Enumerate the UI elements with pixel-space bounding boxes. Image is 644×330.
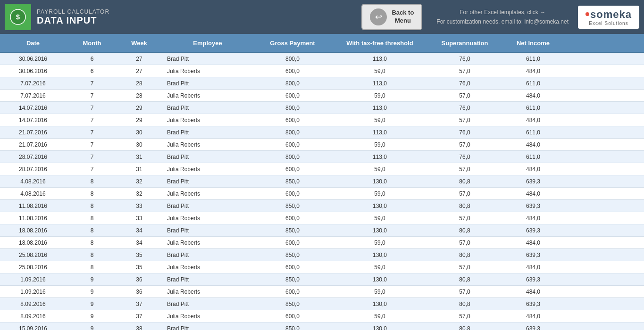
back-btn-label: Back toMenu xyxy=(392,9,414,25)
cell-date: 1.09.2016 xyxy=(0,289,66,295)
cell-super: 76,0 xyxy=(429,80,500,87)
back-icon: ↩ xyxy=(370,8,387,25)
table-row: 7.07.2016728Brad Pitt800,0113,076,0611,0 xyxy=(0,77,644,90)
cell-tax: 59,0 xyxy=(330,264,429,271)
cell-tax: 59,0 xyxy=(330,289,429,295)
cell-gross: 800,0 xyxy=(255,129,330,136)
cell-month: 7 xyxy=(66,92,118,99)
cell-date: 14.07.2016 xyxy=(0,105,66,111)
cell-net: 484,0 xyxy=(500,239,566,246)
cell-gross: 600,0 xyxy=(255,215,330,222)
cell-super: 76,0 xyxy=(429,105,500,111)
cell-net: 611,0 xyxy=(500,56,566,62)
table-row: 30.06.2016627Julia Roberts600,059,057,04… xyxy=(0,65,644,77)
cell-month: 8 xyxy=(66,190,118,197)
cell-employee: Julia Roberts xyxy=(160,215,255,222)
cell-date: 11.08.2016 xyxy=(0,203,66,209)
cell-month: 8 xyxy=(66,252,118,258)
cell-week: 35 xyxy=(118,252,160,258)
app-logo: $ xyxy=(5,4,31,30)
cell-super: 80,8 xyxy=(429,203,500,209)
cell-employee: Brad Pitt xyxy=(160,56,255,62)
cell-tax: 113,0 xyxy=(330,105,429,111)
cell-tax: 59,0 xyxy=(330,190,429,197)
cell-net: 484,0 xyxy=(500,215,566,222)
cell-super: 76,0 xyxy=(429,56,500,62)
cell-tax: 130,0 xyxy=(330,252,429,258)
cell-tax: 130,0 xyxy=(330,325,429,330)
cell-gross: 850,0 xyxy=(255,276,330,283)
cell-week: 29 xyxy=(118,117,160,124)
cell-date: 8.09.2016 xyxy=(0,301,66,307)
cell-date: 18.08.2016 xyxy=(0,239,66,246)
cell-super: 80,8 xyxy=(429,325,500,330)
back-to-menu-button[interactable]: ↩ Back toMenu xyxy=(361,4,422,30)
cell-week: 36 xyxy=(118,276,160,283)
cell-week: 34 xyxy=(118,239,160,246)
cell-week: 34 xyxy=(118,227,160,234)
table-row: 1.09.2016936Julia Roberts600,059,057,048… xyxy=(0,286,644,298)
cell-date: 15.09.2016 xyxy=(0,325,66,330)
cell-week: 27 xyxy=(118,68,160,74)
cell-employee: Brad Pitt xyxy=(160,80,255,87)
table-row: 7.07.2016728Julia Roberts600,059,057,048… xyxy=(0,90,644,102)
cell-gross: 850,0 xyxy=(255,203,330,209)
cell-employee: Brad Pitt xyxy=(160,227,255,234)
cell-date: 30.06.2016 xyxy=(0,56,66,62)
back-button-wrap[interactable]: ↩ Back toMenu xyxy=(361,4,422,30)
cell-date: 8.09.2016 xyxy=(0,313,66,320)
col-header-employee: Employee xyxy=(160,40,255,47)
cell-month: 6 xyxy=(66,56,118,62)
cell-date: 7.07.2016 xyxy=(0,92,66,99)
cell-month: 7 xyxy=(66,141,118,148)
cell-month: 6 xyxy=(66,68,118,74)
cell-week: 31 xyxy=(118,154,160,160)
cell-gross: 850,0 xyxy=(255,227,330,234)
cell-week: 37 xyxy=(118,313,160,320)
cell-super: 76,0 xyxy=(429,129,500,136)
col-header-gross: Gross Payment xyxy=(255,40,330,47)
cell-gross: 600,0 xyxy=(255,117,330,124)
cell-gross: 850,0 xyxy=(255,325,330,330)
table-row: 14.07.2016729Brad Pitt800,0113,076,0611,… xyxy=(0,102,644,114)
cell-employee: Julia Roberts xyxy=(160,141,255,148)
col-header-month: Month xyxy=(66,40,118,47)
cell-super: 57,0 xyxy=(429,68,500,74)
cell-gross: 600,0 xyxy=(255,166,330,173)
cell-month: 9 xyxy=(66,325,118,330)
cell-gross: 850,0 xyxy=(255,301,330,307)
cell-gross: 800,0 xyxy=(255,80,330,87)
cell-month: 7 xyxy=(66,105,118,111)
cell-gross: 850,0 xyxy=(255,178,330,185)
cell-tax: 130,0 xyxy=(330,203,429,209)
table-header: DateMonthWeekEmployeeGross PaymentWith t… xyxy=(0,34,644,53)
cell-tax: 113,0 xyxy=(330,129,429,136)
table-row: 25.08.2016835Brad Pitt850,0130,080,8639,… xyxy=(0,249,644,261)
cell-gross: 600,0 xyxy=(255,264,330,271)
table-row: 18.08.2016834Julia Roberts600,059,057,04… xyxy=(0,237,644,249)
cell-week: 30 xyxy=(118,129,160,136)
cell-employee: Julia Roberts xyxy=(160,190,255,197)
cell-super: 57,0 xyxy=(429,313,500,320)
cell-employee: Julia Roberts xyxy=(160,239,255,246)
cell-month: 9 xyxy=(66,289,118,295)
cell-date: 11.08.2016 xyxy=(0,215,66,222)
cell-week: 33 xyxy=(118,215,160,222)
cell-employee: Brad Pitt xyxy=(160,276,255,283)
cell-week: 32 xyxy=(118,190,160,197)
cell-employee: Julia Roberts xyxy=(160,289,255,295)
cell-date: 4.08.2016 xyxy=(0,178,66,185)
cell-date: 28.07.2016 xyxy=(0,166,66,173)
cell-date: 14.07.2016 xyxy=(0,117,66,124)
cell-gross: 800,0 xyxy=(255,154,330,160)
cell-tax: 59,0 xyxy=(330,313,429,320)
cell-gross: 600,0 xyxy=(255,190,330,197)
cell-week: 31 xyxy=(118,166,160,173)
cell-super: 80,8 xyxy=(429,178,500,185)
cell-gross: 600,0 xyxy=(255,92,330,99)
cell-employee: Julia Roberts xyxy=(160,117,255,124)
cell-super: 80,8 xyxy=(429,252,500,258)
cell-month: 7 xyxy=(66,129,118,136)
cell-super: 57,0 xyxy=(429,117,500,124)
cell-net: 611,0 xyxy=(500,154,566,160)
